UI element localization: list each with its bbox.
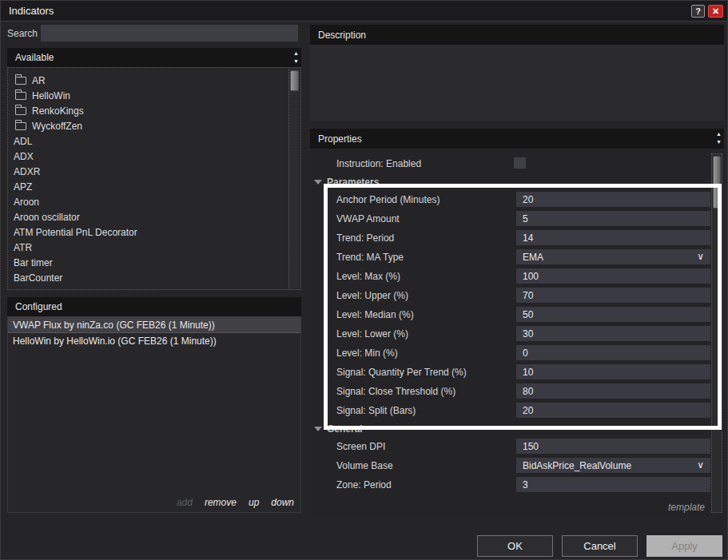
input-signal-quantity-per-trend[interactable]: 10: [516, 364, 710, 379]
property-label: Level: Upper (%): [336, 290, 408, 301]
property-label: Zone: Period: [336, 479, 392, 490]
property-row-signal-split-bars: Signal: Split (Bars)20: [310, 401, 724, 420]
close-button[interactable]: ✕: [708, 5, 723, 18]
scroll-down-icon[interactable]: ▼: [716, 138, 722, 145]
dropdown-trend-ma-type[interactable]: EMA∨: [516, 249, 710, 264]
available-item-renkokings[interactable]: RenkoKings: [8, 103, 300, 118]
input-signal-split-bars[interactable]: 20: [516, 403, 710, 418]
configured-item-vwap-flux-by-ninza-co-gc-feb26[interactable]: VWAP Flux by ninZa.co (GC FEB26 (1 Minut…: [8, 317, 300, 333]
property-value: EMA: [523, 252, 543, 263]
remove-link[interactable]: remove: [205, 497, 237, 508]
property-label: Anchor Period (Minutes): [336, 194, 440, 205]
group-header-general[interactable]: General: [310, 420, 724, 437]
property-row-trend-period: Trend: Period14: [310, 228, 724, 248]
property-row-level-median: Level: Median (%)50: [310, 305, 724, 324]
available-list-header: Available ▲ ▼: [7, 48, 301, 67]
property-label: Instruction: Enabled: [336, 158, 421, 169]
property-label: VWAP Amount: [336, 213, 400, 224]
available-item-barcounter[interactable]: BarCounter: [8, 270, 300, 285]
description-header: Description: [310, 25, 724, 45]
property-row-signal-quantity-per-trend: Signal: Quantity Per Trend (%)10: [310, 363, 724, 382]
input-screen-dpi[interactable]: 150: [516, 439, 710, 454]
input-signal-close-threshold[interactable]: 80: [516, 383, 710, 399]
available-item-adx[interactable]: ADX: [8, 149, 300, 164]
configured-actions: addremoveupdown: [177, 497, 294, 508]
scroll-up-icon[interactable]: ▲: [293, 50, 299, 57]
available-item-label: Bar timer: [14, 257, 53, 268]
input-vwap-amount[interactable]: 5: [516, 211, 710, 226]
ok-button[interactable]: OK: [477, 535, 553, 557]
available-item-ar[interactable]: AR: [8, 73, 300, 88]
chevron-down-icon: ∨: [697, 459, 704, 472]
available-item-label: APZ: [14, 181, 32, 193]
scroll-down-icon[interactable]: ▼: [293, 58, 299, 65]
property-value: 30: [523, 328, 533, 340]
configured-item-hellowin-by-hellowin-io-gc-feb[interactable]: HelloWin by HelloWin.io (GC FEB26 (1 Min…: [8, 333, 300, 349]
folder-icon: [15, 92, 26, 100]
property-value: 150: [523, 441, 539, 452]
property-row-zone-period: Zone: Period3: [310, 475, 724, 494]
available-item-apz[interactable]: APZ: [8, 179, 300, 194]
available-item-atr[interactable]: ATR: [8, 240, 300, 255]
property-row-volume-base: Volume BaseBidAskPrice_RealVolume∨: [310, 456, 724, 475]
property-row-screen-dpi: Screen DPI150: [310, 437, 724, 456]
available-scrollbar-thumb[interactable]: [290, 70, 299, 91]
property-value: 80: [523, 386, 533, 397]
add-link[interactable]: add: [177, 497, 193, 508]
property-value: 20: [523, 194, 533, 205]
available-scrollbar[interactable]: [288, 69, 300, 288]
input-anchor-period-minutes[interactable]: 20: [516, 192, 710, 207]
available-item-label: HelloWin: [32, 90, 70, 101]
available-item-hellowin[interactable]: HelloWin: [8, 88, 300, 103]
properties-scrollbar-thumb[interactable]: [713, 156, 721, 209]
available-item-adxr[interactable]: ADXR: [8, 164, 300, 179]
property-value: 100: [523, 271, 539, 282]
up-link[interactable]: up: [249, 497, 259, 508]
help-button[interactable]: ?: [691, 5, 705, 18]
apply-button[interactable]: Apply: [646, 535, 722, 557]
available-item-adl[interactable]: ADL: [8, 133, 300, 149]
collapse-triangle-icon[interactable]: [314, 180, 322, 185]
input-trend-period[interactable]: 14: [516, 230, 710, 245]
search-input[interactable]: [41, 25, 298, 42]
collapse-triangle-icon[interactable]: [314, 427, 322, 431]
template-link[interactable]: template: [668, 502, 705, 513]
down-link[interactable]: down: [271, 497, 294, 508]
description-header-label: Description: [318, 30, 366, 41]
available-item-wyckoffzen[interactable]: WyckoffZen: [8, 118, 300, 133]
cancel-button[interactable]: Cancel: [562, 535, 638, 557]
property-value: 50: [523, 309, 533, 320]
property-value: 3: [523, 479, 528, 490]
input-level-lower[interactable]: 30: [516, 326, 710, 341]
dropdown-volume-base[interactable]: BidAskPrice_RealVolume∨: [516, 458, 710, 473]
property-label: Signal: Split (Bars): [336, 405, 416, 416]
title-bar: Indicators ? ✕: [1, 1, 728, 22]
scroll-up-icon[interactable]: ▲: [716, 130, 722, 137]
description-body: [310, 45, 724, 121]
available-item-label: Aroon: [14, 197, 39, 208]
properties-scrollbar[interactable]: [711, 153, 722, 513]
available-item-atm-potential-pnl-decorator[interactable]: ATM Potential PnL Decorator: [8, 224, 300, 240]
input-level-median[interactable]: 50: [516, 307, 710, 322]
available-item-label: ATM Potential PnL Decorator: [14, 227, 137, 238]
group-header-parameters[interactable]: Parameters: [310, 173, 724, 190]
input-level-min[interactable]: 0: [516, 345, 710, 360]
property-label: Level: Max (%): [336, 271, 400, 282]
available-item-label: ADL: [14, 136, 32, 147]
property-value: BidAskPrice_RealVolume: [523, 460, 631, 471]
property-label: Level: Median (%): [336, 309, 414, 320]
available-item-label: RenkoKings: [32, 105, 84, 117]
input-level-max[interactable]: 100: [516, 268, 710, 284]
available-item-bar-timer[interactable]: Bar timer: [8, 255, 300, 270]
property-value: 14: [523, 232, 533, 244]
input-zone-period[interactable]: 3: [516, 477, 710, 492]
available-item-label: WyckoffZen: [32, 121, 82, 132]
available-item-aroon-oscillator[interactable]: Aroon oscillator: [8, 209, 300, 224]
group-label: Parameters: [327, 177, 379, 188]
property-value: 20: [523, 405, 533, 416]
input-level-upper[interactable]: 70: [516, 288, 710, 303]
checkbox-instruction-enabled[interactable]: [514, 157, 526, 169]
available-item-aroon[interactable]: Aroon: [8, 194, 300, 209]
property-label: Signal: Quantity Per Trend (%): [336, 367, 467, 378]
properties-scroll-arrows: ▲ ▼: [716, 130, 722, 145]
